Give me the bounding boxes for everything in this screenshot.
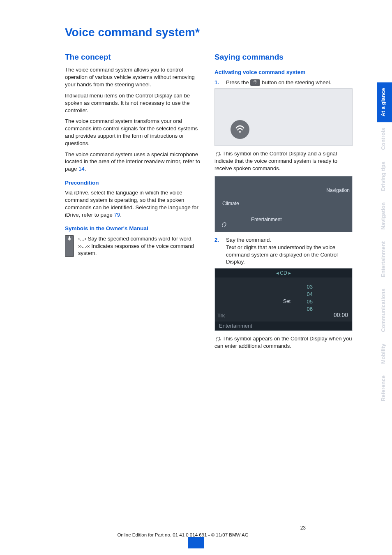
time-label: 00:00 (334, 311, 348, 319)
symbol-row-1: ›...‹ Say the specified commands word fo… (65, 235, 203, 257)
symbol2-text: Indicates responses of the voice command… (78, 243, 194, 257)
heading-saying-commands: Saying commands (214, 52, 353, 62)
tab-at-a-glance[interactable]: At a glance (377, 82, 392, 122)
tab-navigation[interactable]: Navigation (377, 197, 392, 235)
figure-idrive-main-menu: Climate Navigation Entertainment (214, 176, 353, 232)
track-06: 06 (307, 305, 313, 313)
symbol1-pre: ›...‹ (78, 236, 86, 242)
tab-communications[interactable]: Communications (377, 283, 392, 338)
footer-text: Online Edition for Part no. 01 41 0 014 … (0, 532, 366, 539)
heading-precondition: Precondition (65, 179, 203, 187)
left-column: The concept The voice command system all… (65, 52, 203, 354)
track-list: 03 04 05 06 (307, 283, 313, 313)
concept-p4: The voice command system uses a special … (65, 151, 203, 173)
step-1-number: 1. (214, 79, 222, 86)
precondition-p-b: . (120, 212, 122, 218)
figure-cd-screen: ◂ CD ▸ 03 04 05 06 Set Trk 00:00 Enterta… (214, 268, 353, 331)
page-marker (188, 537, 204, 548)
concept-p4b: . (85, 166, 86, 172)
page-content: Voice command system* The concept The vo… (65, 25, 353, 354)
heading-activating: Activating voice command system (214, 69, 353, 76)
concept-p2: Individual menu items on the Control Dis… (65, 92, 203, 114)
figure-steering-wheel (214, 88, 353, 146)
symbol2-pre: ››...‹‹ (78, 243, 90, 249)
set-label: Set (283, 298, 291, 305)
track-03: 03 (307, 283, 313, 291)
additional-commands-paragraph: This symbol appears on the Control Displ… (214, 335, 353, 350)
additional-commands-text: This symbol appears on the Control Displ… (214, 335, 352, 349)
voice-ready-icon (221, 222, 227, 228)
cd-header: ◂ CD ▸ (215, 268, 352, 278)
heading-symbols: Symbols in the Owner's Manual (65, 225, 203, 232)
ready-symbol-text: This symbol on the Control Display and a… (214, 150, 337, 171)
ptt-button-on-wheel-icon (231, 120, 249, 139)
svg-point-1 (239, 131, 241, 133)
cd-bottom-bar: Entertainment (215, 321, 352, 331)
step-1-text-a: Press the (226, 79, 250, 86)
step-2-number: 2. (214, 236, 222, 266)
tile-climate: Climate (222, 200, 239, 207)
voice-input-icon (65, 235, 74, 257)
voice-ready-icon (214, 336, 221, 342)
precondition-p-a: Via iDrive, select the language in which… (65, 190, 198, 217)
track-04: 04 (307, 291, 313, 298)
ready-symbol-paragraph: This symbol on the Control Display and a… (214, 150, 353, 172)
tab-entertainment[interactable]: Entertainment (377, 236, 392, 283)
section-tabs: At a glance Controls Driving tips Naviga… (377, 82, 392, 407)
tab-reference[interactable]: Reference (377, 370, 392, 407)
step-2-text-a: Say the command. (226, 237, 271, 243)
trk-label: Trk (217, 312, 225, 319)
right-column: Saying commands Activating voice command… (214, 52, 353, 354)
tile-navigation: Navigation (326, 187, 350, 194)
tab-mobility[interactable]: Mobility (377, 338, 392, 370)
step-2: 2. Say the command. Text or digits that … (214, 236, 353, 266)
voice-ready-icon (214, 151, 221, 157)
tab-controls[interactable]: Controls (377, 122, 392, 155)
page-link-79[interactable]: 79 (114, 212, 120, 218)
heading-concept: The concept (65, 52, 203, 62)
step-2-text-b: Text or digits that are understood by th… (226, 244, 338, 265)
svg-point-0 (255, 83, 256, 83)
push-to-talk-icon (250, 79, 260, 86)
step-1-text-b: button on the steering wheel. (262, 79, 331, 86)
concept-p1: The voice command system allows you to c… (65, 66, 203, 88)
precondition-p: Via iDrive, select the language in which… (65, 189, 203, 218)
symbol1-text: Say the specified commands word for word… (86, 236, 193, 242)
page-title: Voice command system* (65, 25, 353, 40)
page-link-14[interactable]: 14 (78, 166, 85, 172)
step-1: 1. Press the button on the steering whee… (214, 79, 353, 86)
tab-driving-tips[interactable]: Driving tips (377, 156, 392, 197)
page-number: 23 (300, 525, 306, 531)
tile-entertainment: Entertainment (251, 216, 282, 223)
track-05: 05 (307, 298, 313, 305)
concept-p3: The voice command system transforms your… (65, 118, 203, 147)
